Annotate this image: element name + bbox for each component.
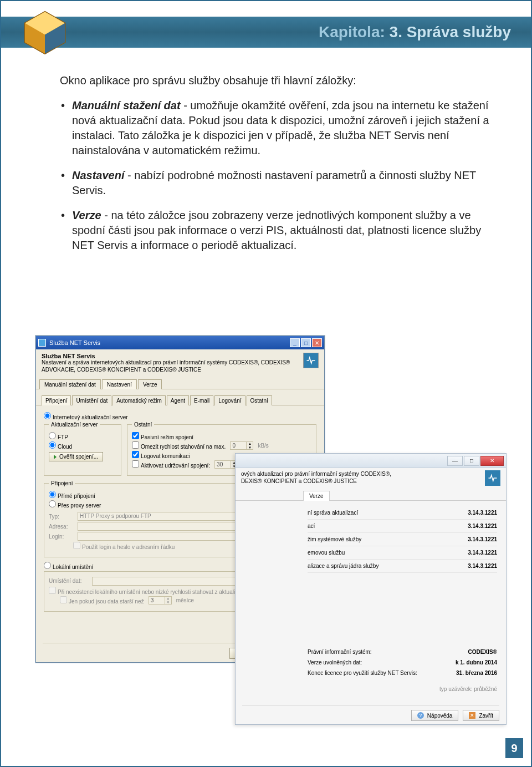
bullet-item: Verze - na této záložce jsou zobrazeny v… (72, 208, 503, 253)
titlebar: — □ ✕ (236, 454, 506, 468)
chapter-title-wrap: Kapitola: 3. Správa služby (319, 23, 511, 41)
checkbox-passive-mode[interactable]: Pasivní režim spojení (132, 432, 193, 440)
minimize-button[interactable]: _ (290, 338, 300, 347)
label-address: Adresa: (49, 524, 73, 530)
version-row: emovou službu3.14.3.1221 (308, 546, 497, 560)
tab-manual-download[interactable]: Manuální stažení dat (39, 379, 101, 389)
system-info: Právní informační systém:CODEXIS® Verze … (308, 647, 497, 692)
bullet-list: Manuální stažení dat - umožňuje okamžité… (60, 98, 503, 253)
limit-unit: kB/s (258, 443, 268, 449)
version-row: žim systémové služby3.14.3.1221 (308, 533, 497, 546)
app-logo (21, 9, 69, 57)
sub-tabs: Připojení Umístění dat Automatický režim… (36, 395, 324, 405)
label-type: Typ: (49, 514, 73, 520)
group-other: Ostatní (132, 421, 154, 428)
bullet-bold: Nastavení (72, 169, 125, 181)
version-value: 3.14.3.1221 (468, 536, 497, 542)
checkbox-keepalive[interactable]: Aktivovat udržování spojení: (132, 460, 210, 469)
tab-versions[interactable]: Verze (138, 379, 162, 389)
titlebar: Služba NET Servis _ □ ✕ (36, 336, 324, 349)
bullet-bold: Manuální stažení dat (72, 99, 181, 111)
subtab-data-location[interactable]: Umístění dat (72, 395, 111, 405)
subtab-logging[interactable]: Logování (214, 395, 245, 405)
version-tab-strip: Verze (236, 490, 506, 501)
page-number: 9 (505, 738, 523, 758)
label-login: Login: (49, 534, 73, 540)
body-content: Okno aplikace pro správu služby obsahuje… (60, 73, 503, 263)
bullet-item: Nastavení - nabízí podrobné možnosti nas… (72, 168, 503, 198)
play-icon (54, 455, 57, 459)
label-data-location: Umístění dat: (49, 578, 88, 584)
checkbox-limit-speed[interactable]: Omezit rychlost stahování na max. (132, 441, 226, 450)
keepalive-spinner[interactable]: ▲▼ (214, 460, 238, 469)
version-value: 3.14.3.1221 (468, 563, 497, 569)
version-value: 3.14.3.1221 (468, 550, 497, 556)
help-button[interactable]: ?Nápověda (411, 710, 459, 721)
version-value: 3.14.3.1221 (468, 510, 497, 516)
main-tabs: Manuální stažení dat Nastavení Verze (36, 379, 324, 389)
version-row: ní správa aktualizací3.14.3.1221 (308, 506, 497, 520)
verify-connection-button[interactable]: Ověřit spojení... (49, 452, 103, 461)
tab-versions[interactable]: Verze (303, 491, 330, 501)
close-icon: ✕ (469, 712, 475, 719)
chapter-header: Kapitola: 3. Správa služby (1, 17, 531, 48)
radio-cloud[interactable]: Cloud (49, 441, 72, 450)
version-list: ní správa aktualizací3.14.3.1221 ací3.14… (236, 501, 506, 573)
older-unit: měsíce (176, 597, 194, 603)
older-than-spinner[interactable]: ▲▼ (149, 596, 172, 605)
chapter-title: 3. Správa služby (390, 23, 511, 40)
checkbox-only-older[interactable]: Jen pokud jsou data starší než (60, 596, 144, 605)
radio-internet-server[interactable]: Internetový aktualizační server (44, 412, 128, 420)
window-title: Služba NET Servis (49, 339, 290, 346)
version-row: alizace a správu jádra služby3.14.3.1221 (308, 560, 497, 573)
chapter-prefix: Kapitola: (319, 23, 385, 40)
maximize-button[interactable]: □ (464, 456, 479, 466)
radio-local-location[interactable]: Lokální umístění (44, 562, 93, 570)
tab-settings[interactable]: Nastavení (102, 379, 137, 389)
info-value: k 1. dubnu 2014 (456, 659, 497, 666)
version-row: ací3.14.3.1221 (308, 520, 497, 533)
bullet-text: - nabízí podrobné možnosti nastavení par… (72, 169, 476, 196)
bullet-bold: Verze (72, 209, 101, 221)
version-value: 3.14.3.1221 (468, 523, 497, 529)
subtab-other[interactable]: Ostatní (247, 395, 272, 405)
radio-ftp[interactable]: FTP (49, 432, 68, 440)
radio-proxy[interactable]: Přes proxy server (49, 500, 101, 509)
minimize-button[interactable]: — (447, 456, 463, 466)
info-value: 31. března 2016 (456, 670, 497, 676)
subtab-agent[interactable]: Agent (167, 395, 189, 405)
checkbox-log-comms[interactable]: Logovat komunikaci (132, 451, 190, 459)
info-row: Právní informační systém:CODEXIS® (308, 647, 497, 657)
close-button[interactable]: ✕ (480, 456, 504, 466)
close-button[interactable]: ✕ (312, 338, 322, 347)
subtab-email[interactable]: E-mail (190, 395, 213, 405)
radio-direct-connection[interactable]: Přímé připojení (49, 491, 95, 499)
info-row: Verze uvolněných dat:k 1. dubnu 2014 (308, 657, 497, 668)
limit-speed-spinner[interactable]: ▲▼ (230, 441, 253, 450)
info-row: Konec licence pro využití služby NET Ser… (308, 668, 497, 678)
group-update-server: Aktualizační server (49, 421, 100, 428)
info-value: CODEXIS® (468, 649, 497, 655)
checkbox-login-in-url[interactable]: Použít login a heslo v adresním řádku (73, 542, 175, 550)
group-connection: Připojení (49, 480, 75, 486)
versions-dialog: — □ ✕ ových aktualizací pro právní infor… (235, 453, 507, 725)
subtab-connection[interactable]: Připojení (42, 395, 71, 405)
pulse-icon (485, 470, 500, 486)
bullet-item: Manuální stažení dat - umožňuje okamžité… (72, 98, 503, 158)
app-icon (38, 339, 46, 347)
dialog-header-subtitle: Nastavení a správa internetových aktuali… (42, 359, 300, 373)
intro-text: Okno aplikace pro správu služby obsahuje… (60, 73, 503, 88)
close-dialog-button[interactable]: ✕Zavřít (463, 710, 499, 721)
bullet-text: - na této záložce jsou zobrazeny verze j… (72, 209, 481, 251)
subtab-auto-mode[interactable]: Automatický režim (112, 395, 166, 405)
dialog-header-line2: DEXIS® KONCIPIENT a CODEXIS® JUSTICE (241, 478, 485, 485)
dialog-header-line1: ových aktualizací pro právní informační … (241, 470, 485, 478)
closure-type: typ uzávěrek: průběžné (308, 678, 497, 692)
proxy-address-input[interactable] (78, 522, 253, 531)
help-icon: ? (417, 712, 424, 719)
proxy-login-input[interactable] (78, 532, 253, 541)
maximize-button[interactable]: □ (301, 338, 311, 347)
pulse-icon (303, 353, 319, 368)
dialog-header-title: Služba NET Servis (42, 353, 300, 359)
